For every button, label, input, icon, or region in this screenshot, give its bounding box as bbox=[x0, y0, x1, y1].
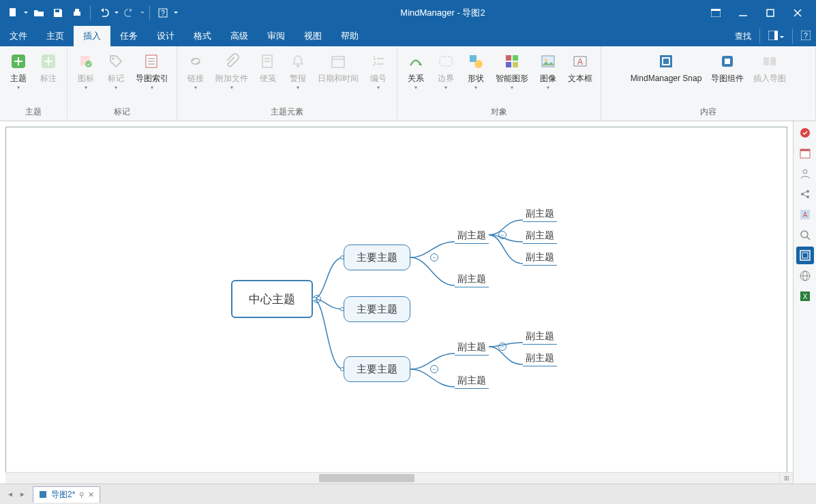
flag-icon bbox=[76, 52, 95, 71]
sub-topic[interactable]: 副主题 bbox=[455, 272, 489, 287]
attachment-button: 附加文件▾ bbox=[211, 49, 252, 93]
group-label-content: 内容 bbox=[605, 105, 811, 119]
maximize-button[interactable] bbox=[761, 6, 779, 20]
ribbon-group-topic: 主题 ▾ 标注 主题 bbox=[0, 46, 67, 121]
relation-icon bbox=[406, 52, 425, 71]
sub-topic[interactable]: 副主题 bbox=[455, 373, 489, 389]
document-tab[interactable]: 导图2* ⚲ ✕ bbox=[33, 486, 100, 503]
tab-insert[interactable]: 插入 bbox=[74, 26, 110, 46]
sub-topic[interactable]: 副主题 bbox=[455, 340, 489, 356]
collapse-toggle[interactable]: − bbox=[498, 231, 507, 239]
redo-dropdown-icon[interactable] bbox=[140, 12, 145, 14]
sub-topic[interactable]: 副主题 bbox=[523, 228, 557, 244]
tab-format[interactable]: 格式 bbox=[184, 26, 221, 46]
undo-dropdown-icon[interactable] bbox=[114, 12, 119, 14]
undo-button[interactable] bbox=[95, 4, 112, 22]
sub-topic[interactable]: 副主题 bbox=[523, 351, 557, 366]
central-topic[interactable]: 中心主题 bbox=[231, 280, 313, 318]
side-share-icon[interactable] bbox=[796, 185, 814, 203]
snap-button[interactable]: MindManager Snap bbox=[626, 49, 706, 86]
qat-customize-icon[interactable] bbox=[173, 12, 179, 14]
scroll-options-icon[interactable]: ⊞ bbox=[779, 473, 793, 484]
minimize-button[interactable] bbox=[734, 6, 752, 20]
canvas-area[interactable]: 中心主题 主要主题 主要主题 主要主题 − − − − − 副主题 副主题 副主… bbox=[0, 121, 793, 484]
mapparts-button[interactable]: 导图组件 bbox=[707, 49, 748, 86]
close-icon[interactable]: ✕ bbox=[88, 490, 94, 499]
group-label-topic: 主题 bbox=[4, 105, 63, 119]
boundary-button: 边界▾ bbox=[432, 49, 460, 93]
open-button[interactable] bbox=[30, 4, 48, 22]
chevron-down-icon: ▾ bbox=[17, 84, 20, 91]
smartshape-button[interactable]: 智能图形▾ bbox=[492, 49, 532, 93]
sub-topic[interactable]: 副主题 bbox=[523, 250, 557, 266]
ribbon: 主题 ▾ 标注 主题 图标 ▾ 标记 ▾ 导图索引 bbox=[0, 46, 816, 121]
canvas[interactable]: 中心主题 主要主题 主要主题 主要主题 − − − − − 副主题 副主题 副主… bbox=[5, 127, 787, 478]
svg-line-65 bbox=[807, 237, 810, 240]
tab-file[interactable]: 文件 bbox=[0, 26, 37, 46]
datetime-button: 日期和时间 bbox=[314, 49, 363, 86]
main-topic-1[interactable]: 主要主题 bbox=[344, 245, 410, 270]
paperclip-icon bbox=[222, 52, 241, 71]
textbox-button[interactable]: A文本框 bbox=[564, 49, 596, 86]
collapse-toggle[interactable]: − bbox=[430, 253, 438, 262]
svg-rect-10 bbox=[767, 10, 774, 16]
svg-text:A: A bbox=[802, 211, 807, 219]
svg-rect-49 bbox=[764, 57, 769, 65]
side-calendar-icon[interactable] bbox=[796, 144, 814, 162]
collapse-toggle[interactable]: − bbox=[430, 365, 438, 373]
search-link[interactable]: 查找 bbox=[735, 31, 751, 42]
relationship-button[interactable]: 关系▾ bbox=[402, 49, 430, 93]
save-button[interactable] bbox=[49, 4, 67, 22]
insertmap-button: 插入导图 bbox=[749, 49, 790, 86]
side-snap-icon[interactable] bbox=[796, 247, 814, 264]
image-button[interactable]: 图像▾ bbox=[534, 49, 562, 93]
topic-button[interactable]: 主题 ▾ bbox=[4, 49, 33, 93]
collapse-toggle[interactable]: − bbox=[313, 295, 321, 303]
side-marker-icon[interactable] bbox=[796, 124, 814, 142]
side-format-icon[interactable]: A bbox=[796, 206, 814, 223]
window-controls bbox=[707, 6, 812, 20]
close-button[interactable] bbox=[789, 6, 806, 20]
tab-home[interactable]: 主页 bbox=[37, 26, 74, 46]
svg-rect-40 bbox=[513, 62, 518, 67]
tab-prev-icon[interactable]: ◄ bbox=[4, 488, 16, 501]
new-dropdown-icon[interactable] bbox=[23, 12, 29, 14]
tab-next-icon[interactable]: ► bbox=[16, 488, 29, 501]
side-user-icon[interactable] bbox=[796, 165, 814, 183]
shape-icon bbox=[466, 52, 485, 71]
sub-topic[interactable]: 副主题 bbox=[523, 206, 557, 222]
sub-topic[interactable]: 副主题 bbox=[523, 329, 557, 345]
tab-tasks[interactable]: 任务 bbox=[110, 26, 147, 46]
tab-help[interactable]: 帮助 bbox=[331, 26, 368, 46]
taskpane-toggle-icon[interactable] bbox=[768, 31, 784, 42]
number-icon: 12 bbox=[369, 52, 388, 71]
pin-icon[interactable]: ⚲ bbox=[79, 491, 84, 499]
tab-design[interactable]: 设计 bbox=[147, 26, 184, 46]
map-index-button[interactable]: 导图索引 ▾ bbox=[132, 49, 172, 93]
side-web-icon[interactable] bbox=[796, 267, 814, 285]
scrollbar-thumb[interactable] bbox=[319, 474, 414, 482]
shape-button[interactable]: 形状▾ bbox=[462, 49, 490, 93]
new-document-button[interactable] bbox=[4, 4, 22, 22]
side-excel-icon[interactable]: X bbox=[796, 287, 814, 305]
tab-advanced[interactable]: 高级 bbox=[221, 26, 258, 46]
group-label-objects: 对象 bbox=[402, 105, 596, 119]
collapse-toggle[interactable]: − bbox=[498, 343, 507, 351]
help-icon[interactable]: ? bbox=[801, 31, 811, 42]
horizontal-scrollbar[interactable]: ⊞ bbox=[5, 472, 793, 484]
sub-topic[interactable]: 副主题 bbox=[455, 228, 489, 244]
svg-text:X: X bbox=[802, 293, 807, 300]
main-topic-2[interactable]: 主要主题 bbox=[344, 296, 410, 322]
print-button[interactable] bbox=[68, 4, 86, 22]
svg-rect-57 bbox=[800, 149, 810, 151]
tab-view[interactable]: 视图 bbox=[294, 26, 331, 46]
ribbon-display-button[interactable] bbox=[707, 6, 725, 20]
group-label-elements: 主题元素 bbox=[181, 105, 393, 119]
help-qat-button[interactable]: ? bbox=[154, 4, 172, 22]
svg-point-58 bbox=[803, 170, 807, 174]
side-search-icon[interactable] bbox=[796, 226, 814, 244]
main-topic-3[interactable]: 主要主题 bbox=[344, 356, 410, 382]
tags-button: 标记 ▾ bbox=[102, 49, 130, 93]
tab-review[interactable]: 审阅 bbox=[258, 26, 294, 46]
redo-button[interactable] bbox=[121, 4, 138, 22]
